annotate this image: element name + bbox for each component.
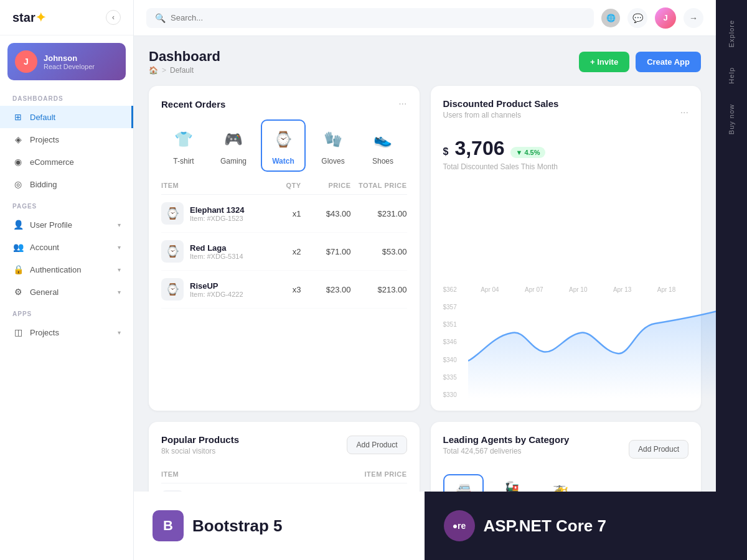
tab-tshirt[interactable]: 👕 T-shirt (161, 119, 206, 172)
sidebar-item-apps-projects[interactable]: ◫ Projects ▾ (0, 321, 133, 343)
auth-icon: 🔒 (12, 264, 24, 275)
main-area: 🔍 🌐 💬 J → Dashboard 🏠 > Default + Invite (134, 0, 716, 560)
table-row: ⌚ Red Laga Item: #XDG-5314 x2 $71.00 $53… (161, 233, 407, 271)
chevron-down-icon: ▾ (118, 244, 121, 251)
sidebar-item-label: eCommerce (30, 157, 74, 167)
chevron-down-icon: ▾ (118, 329, 121, 336)
logo-star: ✦ (35, 11, 46, 24)
topbar-globe-icon[interactable]: 🌐 (601, 9, 620, 27)
sidebar-collapse-button[interactable]: ‹ (106, 10, 121, 25)
bootstrap-icon: B (153, 510, 184, 541)
sidebar-item-ecommerce[interactable]: ◉ eCommerce (0, 151, 133, 173)
buy-now-button[interactable]: Buy now (723, 94, 740, 144)
sidebar-item-bidding[interactable]: ◎ Bidding (0, 173, 133, 195)
sales-number: 3,706 (454, 137, 504, 160)
card-menu-icon[interactable]: ··· (398, 98, 406, 110)
user-name: Johnson (44, 54, 95, 63)
sidebar-item-label: User Profile (30, 220, 72, 230)
aspnet-icon: ●re (444, 510, 475, 541)
search-icon: 🔍 (155, 13, 166, 23)
home-icon: 🏠 (149, 66, 158, 75)
popular-products-title: Popular Products (161, 434, 239, 445)
gloves-icon: 🧤 (319, 126, 347, 153)
category-tabs: 👕 T-shirt 🎮 Gaming ⌚ Watch 🧤 Gloves (161, 119, 407, 172)
topbar-notifications-button[interactable]: 💬 (627, 8, 647, 28)
gaming-icon: 🎮 (220, 126, 247, 153)
table-row: ⌚ RiseUP Item: #XDG-4222 x3 $23.00 $213.… (161, 271, 407, 309)
explore-button[interactable]: Explore (723, 10, 740, 57)
sidebar-item-label: Bidding (30, 180, 57, 189)
page-title: Dashboard (149, 49, 220, 65)
cards-row: Recent Orders ··· 👕 T-shirt 🎮 Gaming ⌚ W… (149, 86, 701, 411)
add-product-button[interactable]: Add Product (347, 436, 406, 454)
popular-products-header: Popular Products 8k social visitors Add … (161, 434, 407, 455)
products-table-header: ITEM ITEM PRICE (161, 465, 407, 483)
section-dashboards-label: DASHBOARDS (0, 88, 133, 106)
agents-subtitle: Total 424,567 deliveries (443, 447, 570, 455)
agents-title: Leading Agents by Category (443, 434, 570, 445)
order-product-image: ⌚ (161, 240, 184, 263)
page-header: Dashboard 🏠 > Default + Invite Create Ap… (149, 49, 701, 75)
sidebar-item-label: Account (30, 243, 59, 252)
user-role: React Developer (44, 63, 95, 70)
avatar: J (15, 50, 37, 73)
add-agent-button[interactable]: Add Product (629, 440, 688, 459)
sales-chart: $362 $357 $351 $346 $340 $335 $330 (443, 286, 689, 398)
tshirt-icon: 👕 (170, 126, 197, 153)
grid-icon: ⊞ (12, 111, 24, 123)
account-icon: 👥 (12, 241, 24, 253)
create-app-button[interactable]: Create App (636, 52, 701, 72)
right-panel: Explore Help Buy now (716, 0, 747, 560)
sales-amount: $ 3,706 ▼ 4.5% (443, 137, 689, 160)
order-product-image: ⌚ (161, 278, 184, 301)
chevron-down-icon: ▾ (118, 289, 121, 296)
discounted-sales-card: Discounted Product Sales Users from all … (431, 86, 702, 411)
sidebar-item-label: Projects (30, 328, 59, 337)
shoes-icon: 👟 (369, 126, 397, 153)
bottom-overlay: B Bootstrap 5 ●re ASP.NET Core 7 (134, 492, 716, 560)
bidding-icon: ◎ (12, 179, 24, 190)
chevron-down-icon: ▾ (118, 222, 121, 228)
sidebar-item-projects[interactable]: ◈ Projects (0, 128, 133, 151)
table-row: ⌚ Elephant 1324 Item: #XDG-1523 x1 $43.0… (161, 195, 407, 233)
topbar-user-avatar[interactable]: J (655, 7, 676, 29)
sales-title: Discounted Product Sales (443, 98, 559, 109)
sidebar-item-user-profile[interactable]: 👤 User Profile ▾ (0, 213, 133, 236)
sidebar-item-account[interactable]: 👥 Account ▾ (0, 236, 133, 258)
popular-products-subtitle: 8k social visitors (161, 447, 239, 455)
watch-icon: ⌚ (270, 126, 297, 153)
tab-gloves[interactable]: 🧤 Gloves (311, 119, 355, 172)
dollar-sign: $ (443, 146, 449, 157)
sidebar-item-label: Projects (30, 135, 59, 144)
sidebar-item-default[interactable]: ⊞ Default (0, 106, 133, 128)
sales-description: Total Discounted Sales This Month (443, 162, 689, 171)
recent-orders-card: Recent Orders ··· 👕 T-shirt 🎮 Gaming ⌚ W… (149, 86, 420, 411)
user-profile-icon: 👤 (12, 219, 24, 230)
sidebar-item-general[interactable]: ⚙ General ▾ (0, 281, 133, 303)
orders-table: ITEM QTY PRICE TOTAL PRICE ⌚ Elephant 13… (161, 182, 407, 309)
user-card: J Johnson React Developer (7, 43, 126, 80)
tab-gaming[interactable]: 🎮 Gaming (211, 119, 256, 172)
sidebar-item-authentication[interactable]: 🔒 Authentication ▾ (0, 258, 133, 281)
app-logo: star✦ (12, 10, 46, 25)
agents-header: Leading Agents by Category Total 424,567… (443, 434, 689, 464)
sales-card-header: Discounted Product Sales Users from all … (443, 98, 689, 127)
section-pages-label: PAGES (0, 195, 133, 213)
order-product-image: ⌚ (161, 202, 184, 225)
section-apps-label: APPS (0, 303, 133, 321)
invite-button[interactable]: + Invite (579, 52, 629, 72)
tab-watch[interactable]: ⌚ Watch (261, 119, 306, 172)
table-header: ITEM QTY PRICE TOTAL PRICE (161, 182, 407, 195)
help-button[interactable]: Help (723, 57, 740, 94)
tab-shoes[interactable]: 👟 Shoes (360, 119, 405, 172)
sales-card-menu-icon[interactable]: ··· (680, 107, 688, 118)
search-box[interactable]: 🔍 (146, 8, 594, 28)
sidebar-item-label: Default (30, 113, 55, 122)
chart-svg (468, 286, 716, 398)
topbar-arrow-button[interactable]: → (684, 8, 703, 28)
bootstrap-title: Bootstrap 5 (192, 516, 282, 536)
chevron-down-icon: ▾ (118, 266, 121, 273)
search-input[interactable] (171, 13, 295, 22)
breadcrumb-separator: > (162, 66, 166, 75)
bootstrap-promo: B Bootstrap 5 (134, 510, 425, 541)
